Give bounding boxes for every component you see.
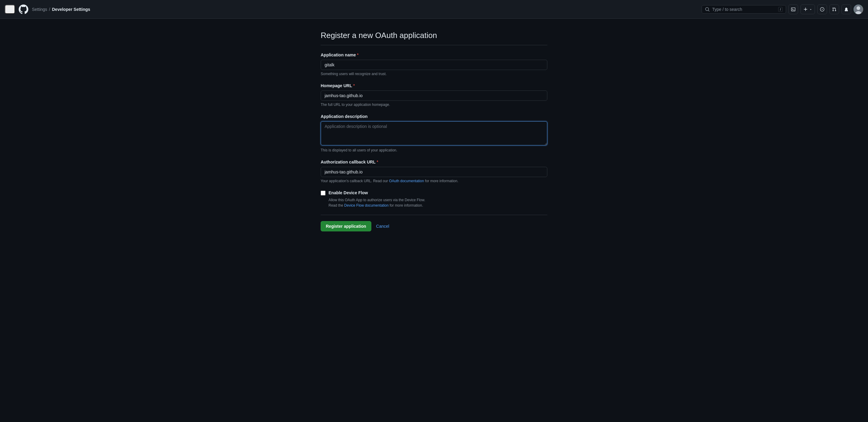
avatar[interactable]: [854, 4, 863, 14]
form-actions-divider: [321, 215, 547, 215]
notifications-button[interactable]: [841, 4, 851, 14]
device-flow-description-2: Read the Device Flow documentation for m…: [329, 203, 547, 207]
page-title: Register a new OAuth application: [321, 31, 547, 40]
callback-url-group: Authorization callback URL * Your applic…: [321, 160, 547, 183]
issue-icon: [820, 7, 824, 12]
breadcrumb-current: Developer Settings: [52, 7, 90, 12]
terminal-icon: [791, 7, 795, 12]
device-flow-checkbox-group: Enable Device Flow: [321, 190, 547, 195]
app-name-label: Application name *: [321, 53, 547, 57]
device-flow-description: Allow this OAuth App to authorize users …: [329, 198, 547, 202]
homepage-url-hint: The full URL to your application homepag…: [321, 103, 547, 107]
register-application-button[interactable]: Register application: [321, 221, 371, 231]
oauth-form: Application name * Something users will …: [321, 53, 547, 231]
description-label: Application description: [321, 114, 547, 119]
search-bar-placeholder: Type / to search: [712, 7, 776, 12]
device-flow-docs-link[interactable]: Device Flow documentation: [344, 203, 389, 207]
pull-request-button[interactable]: [830, 4, 839, 14]
description-textarea[interactable]: [321, 121, 547, 145]
callback-url-input[interactable]: [321, 167, 547, 177]
svg-point-1: [857, 6, 860, 10]
section-divider-top: [321, 45, 547, 45]
notifications-icon: [844, 7, 848, 12]
homepage-url-input[interactable]: [321, 90, 547, 101]
breadcrumb-separator: /: [49, 7, 50, 12]
device-flow-checkbox[interactable]: [321, 191, 326, 195]
header-right: Type / to search /: [702, 4, 863, 14]
header: Settings / Developer Settings Type / to …: [0, 0, 868, 19]
terminal-button[interactable]: [788, 4, 798, 14]
callback-url-hint: Your application's callback URL. Read ou…: [321, 179, 547, 183]
device-flow-label[interactable]: Enable Device Flow: [329, 190, 368, 195]
callback-url-required: *: [377, 160, 378, 164]
hamburger-button[interactable]: [5, 5, 15, 14]
chevron-down-icon: [809, 8, 812, 11]
description-hint: This is displayed to all users of your a…: [321, 148, 547, 152]
plus-icon: [803, 7, 808, 12]
callback-url-label: Authorization callback URL *: [321, 160, 547, 164]
search-slash-key: /: [778, 7, 783, 12]
issues-button[interactable]: [817, 4, 827, 14]
header-left: Settings / Developer Settings: [5, 4, 698, 14]
search-bar[interactable]: Type / to search /: [702, 5, 786, 13]
homepage-url-label: Homepage URL *: [321, 83, 547, 88]
homepage-url-group: Homepage URL * The full URL to your appl…: [321, 83, 547, 107]
oauth-docs-link[interactable]: OAuth documentation: [389, 179, 424, 183]
main-content: Register a new OAuth application Applica…: [313, 19, 555, 255]
pull-request-icon: [832, 7, 836, 12]
cancel-button[interactable]: Cancel: [376, 221, 390, 231]
form-actions: Register application Cancel: [321, 221, 547, 231]
breadcrumb-parent[interactable]: Settings: [32, 7, 47, 12]
app-name-required: *: [357, 53, 359, 57]
github-logo[interactable]: [19, 4, 28, 14]
app-name-input[interactable]: [321, 60, 547, 70]
new-button[interactable]: [801, 4, 815, 14]
homepage-url-required: *: [353, 84, 355, 88]
device-flow-group: Enable Device Flow Allow this OAuth App …: [321, 190, 547, 207]
description-group: Application description This is displaye…: [321, 114, 547, 152]
app-name-hint: Something users will recognize and trust…: [321, 72, 547, 76]
app-name-group: Application name * Something users will …: [321, 53, 547, 76]
breadcrumb: Settings / Developer Settings: [32, 7, 90, 12]
search-icon: [705, 7, 710, 12]
